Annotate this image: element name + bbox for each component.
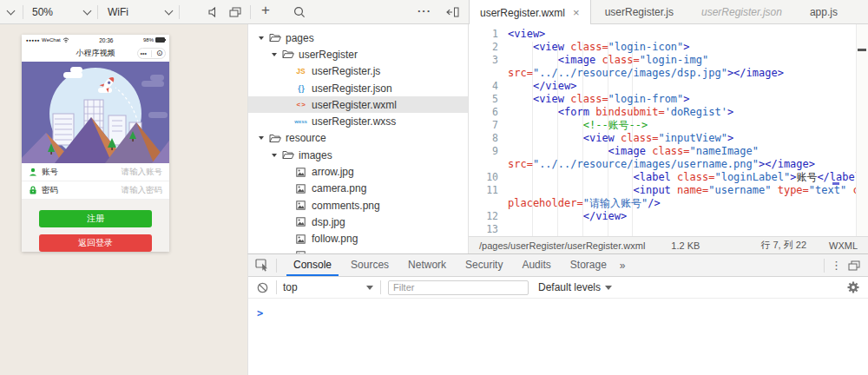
caret-down-icon[interactable] xyxy=(272,53,277,56)
cursor-position: 行 7, 列 22 xyxy=(760,239,806,252)
folder-open-icon xyxy=(267,33,282,43)
clear-console-icon[interactable] xyxy=(257,282,268,293)
tree-folder-userRegister[interactable]: userRegister xyxy=(248,46,468,62)
tree-file-userRegister.js[interactable]: JSuserRegister.js xyxy=(248,63,468,80)
field-placeholder[interactable]: 请输入账号 xyxy=(122,167,163,178)
language-mode[interactable]: WXML xyxy=(829,240,858,251)
user-icon xyxy=(29,168,37,176)
code-line[interactable]: 7 <!--账号--> xyxy=(469,119,856,132)
tree-file-userRegister.wxss[interactable]: wxssuserRegister.wxss xyxy=(248,113,468,129)
editor-tab-app.js[interactable]: app.js xyxy=(796,0,852,24)
form-row-账号[interactable]: 账号请输入账号 xyxy=(22,163,169,181)
code-line[interactable]: 12 </view> xyxy=(469,210,856,223)
capsule-close-icon[interactable]: ⊙ xyxy=(156,48,163,59)
code-line[interactable]: 3 <image class="login-img" xyxy=(469,54,856,67)
code-line[interactable]: 4 </view> xyxy=(469,80,856,93)
devtools-tab-console[interactable]: Console xyxy=(286,254,339,276)
code-line[interactable]: 10 <label class="loginLabel">账号</label> xyxy=(469,171,856,184)
code-editor[interactable]: 1<view>2 <view class="login-icon">3 <ima… xyxy=(469,24,856,236)
line-number: 12 xyxy=(469,210,498,223)
code-line[interactable]: 1<view> xyxy=(469,28,856,41)
code-line[interactable]: src="../../resource/images/username.png"… xyxy=(469,158,856,171)
devtools-tab-network[interactable]: Network xyxy=(401,254,453,276)
field-placeholder[interactable]: 请输入密码 xyxy=(122,185,163,196)
dock-side-icon[interactable] xyxy=(848,260,860,271)
tree-folder-pages[interactable]: pages xyxy=(248,30,468,46)
devtools-tab-audits[interactable]: Audits xyxy=(515,254,557,276)
code-line[interactable]: 13 xyxy=(469,223,856,236)
file-name: userRegister.wxml xyxy=(312,99,397,111)
editor-tab-userRegister.wxml[interactable]: userRegister.wxml× xyxy=(469,0,591,25)
editor-statusbar: /pages/userRegister/userRegister.wxml 1.… xyxy=(469,236,868,253)
code-line[interactable]: 8 <view class="inputView"> xyxy=(469,132,856,145)
tree-file-clipped[interactable] xyxy=(248,247,468,253)
json-file-icon: { } xyxy=(293,84,308,93)
dropdown-arrow-icon xyxy=(366,286,373,290)
devtools-separator xyxy=(824,259,825,273)
code-line[interactable]: placeholder="请输入账号"/> xyxy=(469,197,856,210)
caret-down-icon[interactable] xyxy=(259,136,264,140)
form-row-密码[interactable]: 密码请输入密码 xyxy=(22,181,169,200)
devtools-tab-sources[interactable]: Sources xyxy=(344,254,396,276)
network-select[interactable]: WiFi xyxy=(108,6,128,18)
settings-gear-icon[interactable] xyxy=(847,281,859,293)
file-name: follow.png xyxy=(312,233,358,245)
tree-file-userRegister.wxml[interactable]: < >userRegister.wxml xyxy=(248,96,468,113)
file-name: arrow.jpg xyxy=(312,166,354,178)
line-number: 8 xyxy=(469,132,498,145)
code-text: src="../../resource/images/username.png"… xyxy=(508,158,815,171)
code-line[interactable]: 5 <view class="login-from"> xyxy=(469,93,856,106)
miniprogram-capsule[interactable]: ••• ⊙ xyxy=(137,48,166,59)
network-chevron-icon[interactable] xyxy=(165,7,174,16)
code-line[interactable]: 6 <form bindsubmit='doRegist'> xyxy=(469,106,856,119)
battery-icon xyxy=(155,37,165,43)
toolbar-separator xyxy=(179,5,180,19)
image-file-icon xyxy=(293,168,308,177)
tree-file-arrow.jpg[interactable]: arrow.jpg xyxy=(248,163,468,180)
tree-file-dsp.jpg[interactable]: dsp.jpg xyxy=(248,214,468,230)
add-icon[interactable]: + xyxy=(261,2,270,19)
code-line[interactable]: src="../../resource/images/dsp.jpg"></im… xyxy=(469,67,856,80)
tree-file-userRegister.json[interactable]: { }userRegister.json xyxy=(248,80,468,96)
zoom-chevron-icon[interactable] xyxy=(83,7,92,16)
back-to-login-button[interactable]: 返回登录 xyxy=(39,234,152,252)
code-line[interactable]: 11 <input name="username" type="text" cl… xyxy=(469,184,856,197)
devtools-menu-icon[interactable]: ⋮ xyxy=(831,259,842,272)
caret-down-icon[interactable] xyxy=(259,36,264,40)
search-icon[interactable] xyxy=(293,6,306,18)
tree-folder-resource[interactable]: resource xyxy=(248,130,468,147)
inspect-element-icon[interactable] xyxy=(255,259,269,272)
speaker-icon[interactable] xyxy=(208,7,220,17)
windows-overlap-icon[interactable] xyxy=(229,7,241,17)
log-levels-select[interactable]: Default levels xyxy=(538,281,612,293)
devtools-tab-security[interactable]: Security xyxy=(458,254,510,276)
tree-folder-images[interactable]: images xyxy=(248,147,468,163)
collapse-sidebar-icon[interactable] xyxy=(446,7,459,17)
console-prompt[interactable]: > xyxy=(257,307,263,319)
editor-tab-userRegister.json[interactable]: userRegister.json xyxy=(687,0,796,24)
tree-file-comments.png[interactable]: comments.png xyxy=(248,197,468,214)
tree-file-follow.png[interactable]: follow.png xyxy=(248,231,468,247)
zoom-select[interactable]: 50% xyxy=(32,6,53,18)
line-number: 2 xyxy=(469,41,498,54)
console-filter-input[interactable] xyxy=(388,280,529,295)
code-line[interactable]: 9 <image class="nameImage" xyxy=(469,145,856,158)
register-button[interactable]: 注册 xyxy=(39,210,152,227)
login-form-footer: 注册 返回登录 xyxy=(22,200,169,252)
tab-close-icon[interactable]: × xyxy=(573,8,580,18)
devtools-tab-storage[interactable]: Storage xyxy=(563,254,614,276)
wxml-file-icon: < > xyxy=(293,101,308,109)
editor-tab-userRegister.js[interactable]: userRegister.js xyxy=(591,0,687,24)
tree-file-camera.png[interactable]: camera.png xyxy=(248,181,468,197)
chevron-down-icon[interactable] xyxy=(7,7,16,16)
caret-down-icon[interactable] xyxy=(272,154,277,157)
tabs-overflow-icon[interactable]: » xyxy=(620,260,626,272)
context-select[interactable]: top xyxy=(283,281,373,293)
image-file-icon xyxy=(293,184,308,194)
console-output[interactable]: > xyxy=(248,299,868,320)
code-text: <view class="login-from"> xyxy=(508,93,690,106)
overview-mark xyxy=(832,182,839,185)
capsule-more-icon[interactable]: ••• xyxy=(141,48,147,59)
code-line[interactable]: 2 <view class="login-icon"> xyxy=(469,41,856,54)
more-icon[interactable]: ··· xyxy=(418,4,431,17)
